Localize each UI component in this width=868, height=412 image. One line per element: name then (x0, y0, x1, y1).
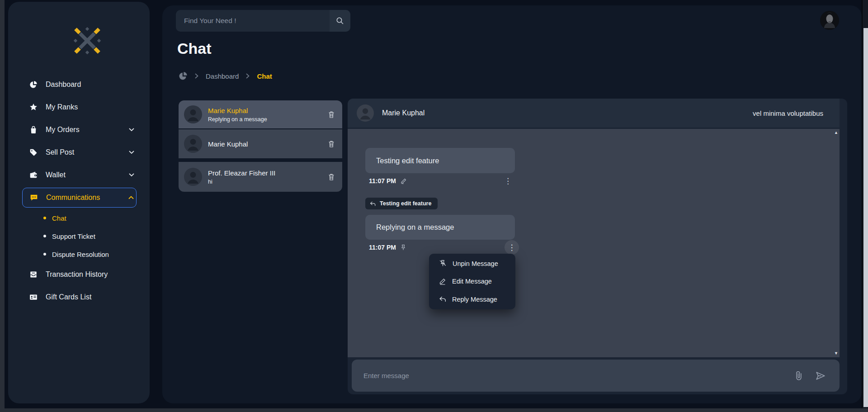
delete-chat-button[interactable] (328, 111, 335, 118)
menu-item-unpin-message[interactable]: Unpin Message (429, 255, 515, 273)
message-composer (352, 360, 840, 392)
sidebar-item-label: My Orders (46, 126, 80, 134)
horizontal-scrollbar-track[interactable] (0, 408, 868, 412)
sidebar-item-my-ranks[interactable]: My Ranks (8, 96, 150, 118)
star-icon (28, 103, 39, 111)
sidebar-item-my-orders[interactable]: My Orders (8, 118, 150, 141)
trash-icon (328, 111, 335, 118)
scroll-down-arrow[interactable]: ▼ (834, 351, 838, 355)
sidebar-item-transaction-history[interactable]: Transaction History (8, 263, 150, 286)
sidebar-subitem-chat[interactable]: Chat (8, 209, 150, 227)
breadcrumb-dashboard[interactable]: Dashboard (206, 72, 239, 80)
reply-icon (439, 296, 446, 302)
search-bar (176, 10, 350, 32)
shopping-bag-icon (28, 126, 39, 134)
chat-list-item[interactable]: Prof. Eleazar Fisher III hi (179, 162, 342, 192)
chat-list-item[interactable]: Marie Kuphal (179, 129, 342, 158)
message-time: 11:07 PM (369, 177, 396, 185)
conversation-subject: vel minima voluptatibus (753, 109, 823, 117)
page-title: Chat (177, 40, 212, 57)
message-time: 11:07 PM (369, 244, 396, 251)
sidebar-item-sell-post[interactable]: Sell Post (8, 141, 150, 164)
sidebar-subitem-support-ticket[interactable]: Support Ticket (8, 227, 150, 245)
tag-icon (28, 148, 39, 156)
scroll-up-arrow[interactable]: ▲ (834, 131, 838, 135)
contact-name: Prof. Eleazar Fisher III (208, 169, 328, 177)
app-logo (72, 25, 103, 56)
menu-item-reply-message[interactable]: Reply Message (429, 290, 515, 308)
contact-name: Marie Kuphal (208, 107, 328, 114)
trash-icon (328, 140, 335, 148)
send-icon (815, 371, 826, 380)
chevron-right-icon (195, 73, 198, 79)
breadcrumb: Dashboard Chat (179, 71, 272, 81)
user-photo (820, 11, 839, 30)
paperclip-icon (794, 371, 803, 381)
chevron-down-icon (129, 173, 134, 177)
menu-item-edit-message[interactable]: Edit Message (429, 273, 515, 291)
contact-avatar (184, 168, 202, 186)
message-menu-button-active[interactable]: ⋮ (505, 240, 519, 255)
unpin-icon (439, 260, 447, 267)
contact-avatar (184, 135, 202, 153)
sidebar-item-label: Sell Post (46, 148, 74, 156)
page-scrollbar[interactable] (862, 0, 868, 408)
sidebar-item-label: My Ranks (46, 103, 78, 111)
edit-icon (439, 278, 446, 285)
contact-avatar (184, 105, 202, 123)
sidebar-item-label: Communications (46, 194, 100, 202)
conversation-partner-name: Marie Kuphal (382, 109, 425, 117)
user-avatar[interactable] (820, 11, 839, 30)
messages-area: ▲ ▼ Testing edit feature 11:07 PM ⋮ Test… (348, 129, 840, 357)
sidebar-subitem-label: Dispute Resolution (52, 251, 109, 258)
window-left-edge (0, 0, 5, 412)
message-preview: hi (208, 179, 328, 185)
message-text: Replying on a message (376, 223, 454, 232)
message-meta: 11:07 PM ⋮ (365, 240, 519, 255)
delete-chat-button[interactable] (328, 140, 335, 148)
menu-item-label: Reply Message (452, 296, 497, 303)
sidebar-subitem-dispute-resolution[interactable]: Dispute Resolution (8, 245, 150, 263)
sidebar-nav: Dashboard My Ranks My Orders (8, 73, 150, 308)
message-text: Testing edit feature (376, 156, 439, 165)
menu-item-label: Edit Message (452, 278, 492, 285)
trash-icon (328, 173, 335, 181)
reply-reference-text: Testing edit feature (380, 200, 431, 207)
menu-item-label: Unpin Message (453, 260, 498, 267)
contact-name: Marie Kuphal (208, 140, 328, 148)
chat-list-item-selected[interactable]: Marie Kuphal Replying on a message (179, 100, 342, 128)
reply-arrow-icon (370, 201, 376, 206)
bullet-icon (43, 253, 46, 256)
send-message-button[interactable] (815, 371, 826, 380)
message-preview: Replying on a message (208, 116, 328, 123)
message-input[interactable] (363, 372, 794, 379)
chat-header: Marie Kuphal vel minima voluptatibus (348, 99, 840, 128)
chevron-down-icon (129, 151, 134, 154)
message-context-menu: Unpin Message Edit Message Reply Message (429, 254, 515, 309)
breadcrumb-current: Chat (257, 72, 272, 80)
sidebar-item-label: Wallet (46, 171, 66, 179)
search-input[interactable] (176, 10, 330, 32)
delete-chat-button[interactable] (328, 173, 335, 181)
reply-reference-tag: Testing edit feature (365, 198, 438, 209)
sidebar-item-label: Transaction History (46, 270, 108, 279)
page-scrollbar-thumb[interactable] (863, 28, 868, 407)
search-button[interactable] (330, 10, 350, 32)
pinned-pin-icon (401, 244, 406, 251)
sidebar-item-wallet[interactable]: Wallet (8, 164, 150, 186)
sidebar-item-communications[interactable]: Communications (22, 188, 137, 208)
sidebar-item-dashboard[interactable]: Dashboard (8, 73, 150, 96)
message-menu-button[interactable]: ⋮ (501, 177, 514, 185)
search-icon (336, 17, 344, 25)
sidebar: Dashboard My Ranks My Orders (8, 2, 150, 403)
chat-list: Marie Kuphal Replying on a message Marie… (179, 100, 342, 192)
bullet-icon (43, 235, 46, 237)
sidebar-subitem-label: Chat (52, 214, 66, 222)
chevron-down-icon (129, 128, 134, 132)
sidebar-item-gift-cards-list[interactable]: Gift Cards List (8, 286, 150, 308)
sidebar-item-label: Gift Cards List (46, 293, 91, 301)
chevron-right-icon (246, 73, 250, 79)
pie-chart-icon (179, 71, 188, 81)
attach-file-button[interactable] (794, 371, 803, 381)
chevron-up-icon (128, 196, 134, 199)
